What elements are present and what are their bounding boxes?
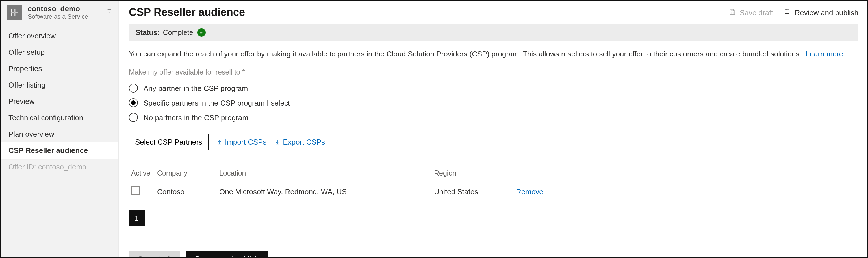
save-icon xyxy=(728,8,736,17)
col-actions xyxy=(516,166,581,181)
radio-specific-label: Specific partners in the CSP program I s… xyxy=(144,98,290,107)
top-actions: Save draft Review and publish xyxy=(728,8,858,17)
radio-none-label: No partners in the CSP program xyxy=(144,113,248,122)
save-draft-button: Save draft xyxy=(129,251,181,258)
partner-actions: Select CSP Partners Import CSPs Export C… xyxy=(129,134,858,150)
nav-properties[interactable]: Properties xyxy=(1,61,118,77)
svg-rect-0 xyxy=(11,9,14,12)
svg-rect-3 xyxy=(15,13,18,16)
nav-offer-listing[interactable]: Offer listing xyxy=(1,77,118,93)
import-csps-link[interactable]: Import CSPs xyxy=(216,138,267,146)
radio-any-label: Any partner in the CSP program xyxy=(144,84,248,92)
title-bar: CSP Reseller audience Save draft Review … xyxy=(119,1,868,21)
nav-preview[interactable]: Preview xyxy=(1,93,118,110)
nav-csp-reseller-audience[interactable]: CSP Reseller audience xyxy=(1,142,118,159)
radio-icon xyxy=(129,113,138,122)
offer-id-label: Offer ID: contoso_demo xyxy=(1,159,118,175)
learn-more-link[interactable]: Learn more xyxy=(806,50,843,58)
table-header-row: Active Company Location Region xyxy=(129,166,581,181)
svg-rect-4 xyxy=(731,12,734,14)
svg-rect-1 xyxy=(15,9,18,12)
main-content: CSP Reseller audience Save draft Review … xyxy=(119,1,868,258)
row-company: Contoso xyxy=(157,181,219,202)
nav-plan-overview[interactable]: Plan overview xyxy=(1,126,118,142)
status-value: Complete xyxy=(163,29,193,36)
row-region: United States xyxy=(434,181,516,202)
save-draft-top: Save draft xyxy=(728,8,773,17)
page-title: CSP Reseller audience xyxy=(129,6,728,19)
nav-offer-setup[interactable]: Offer setup xyxy=(1,44,118,61)
radio-any-partner[interactable]: Any partner in the CSP program xyxy=(129,81,858,95)
row-remove-link[interactable]: Remove xyxy=(516,187,544,196)
export-csps-label: Export CSPs xyxy=(283,138,325,146)
save-draft-top-label: Save draft xyxy=(740,8,773,17)
upload-icon xyxy=(216,139,223,145)
review-publish-top[interactable]: Review and publish xyxy=(783,8,858,17)
export-csps-link[interactable]: Export CSPs xyxy=(274,138,325,146)
select-csp-partners-button[interactable]: Select CSP Partners xyxy=(129,134,209,150)
radio-no-partners[interactable]: No partners in the CSP program xyxy=(129,110,858,125)
footer-actions: Save draft Review and publish xyxy=(129,251,858,258)
swap-icon[interactable] xyxy=(106,7,113,16)
page-1-button[interactable]: 1 xyxy=(129,210,145,226)
col-region: Region xyxy=(434,166,516,181)
review-publish-top-label: Review and publish xyxy=(795,8,858,17)
row-active-checkbox[interactable] xyxy=(131,186,140,195)
offer-type-icon xyxy=(7,5,22,20)
download-icon xyxy=(274,139,281,145)
description-text: You can expand the reach of your offer b… xyxy=(129,50,802,58)
sidebar-nav: Offer overview Offer setup Properties Of… xyxy=(1,28,118,175)
col-active: Active xyxy=(129,166,157,181)
col-company: Company xyxy=(157,166,219,181)
radio-icon xyxy=(129,84,138,93)
radio-icon xyxy=(129,98,138,107)
import-csps-label: Import CSPs xyxy=(225,138,267,146)
resell-field-label: Make my offer available for resell to * xyxy=(129,68,858,76)
offer-type-label: Software as a Service xyxy=(28,13,88,20)
radio-specific-partners[interactable]: Specific partners in the CSP program I s… xyxy=(129,95,858,110)
review-publish-button[interactable]: Review and publish xyxy=(186,251,268,258)
pager: 1 xyxy=(129,210,858,226)
svg-rect-2 xyxy=(11,13,14,16)
offer-name: contoso_demo xyxy=(28,5,88,13)
status-bar: Status: Complete xyxy=(129,24,858,41)
partners-table: Active Company Location Region Contoso O… xyxy=(129,166,581,202)
table-row: Contoso One Microsoft Way, Redmond, WA, … xyxy=(129,181,581,202)
col-location: Location xyxy=(219,166,434,181)
sidebar-header: contoso_demo Software as a Service xyxy=(1,1,118,25)
description: You can expand the reach of your offer b… xyxy=(129,50,858,58)
nav-technical-config[interactable]: Technical configuration xyxy=(1,110,118,126)
row-location: One Microsoft Way, Redmond, WA, US xyxy=(219,181,434,202)
sidebar: contoso_demo Software as a Service Offer… xyxy=(1,1,119,258)
status-label: Status: xyxy=(135,29,160,36)
publish-icon xyxy=(783,8,792,17)
status-check-icon xyxy=(197,28,206,37)
nav-offer-overview[interactable]: Offer overview xyxy=(1,28,118,44)
